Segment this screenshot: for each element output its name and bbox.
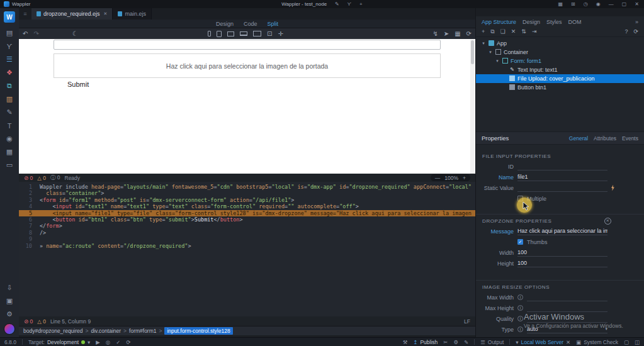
grid-icon[interactable]: ▦ bbox=[0, 145, 19, 159]
tree-item[interactable]: ▾Container bbox=[476, 48, 644, 57]
output-button[interactable]: ☰ Output bbox=[480, 339, 504, 345]
undo-icon[interactable]: ↶ bbox=[23, 30, 28, 37]
code-line[interactable]: 3<form id="form1" method="post" is="dmx-… bbox=[19, 197, 475, 203]
account-icon[interactable]: ◉ bbox=[596, 1, 601, 7]
extensions-icon[interactable]: ⊞ bbox=[571, 1, 575, 7]
packages-icon[interactable]: ▣ bbox=[0, 294, 19, 308]
code-line[interactable]: 2 class="container"> bbox=[19, 190, 475, 196]
docs-icon[interactable]: ▥ bbox=[0, 92, 19, 106]
properties-tab-general[interactable]: General bbox=[569, 135, 588, 142]
phone-preview-icon[interactable] bbox=[208, 31, 211, 36]
tab-main-ejs[interactable]: main.ejs bbox=[113, 8, 152, 20]
dark-mode-icon[interactable]: ☾ bbox=[72, 30, 78, 37]
scissors-icon[interactable]: ✂ bbox=[443, 339, 448, 345]
target-selector[interactable]: Target: Development ▾ bbox=[28, 339, 90, 345]
desktop-preview-icon[interactable] bbox=[253, 31, 261, 36]
delete-icon[interactable]: ✕ bbox=[511, 28, 516, 35]
code-line[interactable]: 10» name="ac:route" content="/dropzone_r… bbox=[19, 243, 475, 249]
id-field[interactable] bbox=[517, 162, 607, 170]
copy-icon[interactable]: ⧉ bbox=[490, 28, 494, 35]
eye-icon[interactable]: ◉ bbox=[0, 132, 19, 145]
max-height-field[interactable] bbox=[527, 304, 607, 312]
tablet-preview-icon[interactable] bbox=[217, 31, 222, 37]
code-line[interactable]: 6 <button id="btn1" class="btn" type="su… bbox=[19, 216, 475, 223]
text-tool-icon[interactable]: T bbox=[0, 119, 19, 132]
move-icon[interactable]: ⇅ bbox=[521, 28, 526, 35]
code-line[interactable]: 5 <input name="file1" type="file" class=… bbox=[19, 210, 475, 216]
window-layout-icon[interactable]: ▢ bbox=[624, 339, 629, 345]
user-avatar[interactable] bbox=[4, 323, 15, 335]
refresh-preview-icon[interactable]: ⟳ bbox=[466, 30, 472, 37]
tab-styles[interactable]: Styles bbox=[546, 19, 562, 25]
tree-item[interactable]: ▾Form: form1 bbox=[476, 57, 644, 65]
card-icon[interactable]: ▭ bbox=[0, 159, 19, 172]
inspect-button[interactable]: ◎ bbox=[106, 339, 110, 345]
sync-button[interactable]: ⟳ bbox=[126, 339, 130, 345]
view-design-button[interactable]: Design bbox=[216, 21, 234, 27]
grid-toggle-icon[interactable]: ▦ bbox=[455, 30, 460, 37]
thumbs-checkbox[interactable]: ✓ bbox=[517, 239, 523, 245]
fullscreen-icon[interactable]: ⊡ bbox=[267, 30, 272, 37]
view-split-button[interactable]: Split bbox=[268, 21, 279, 27]
split-layout-icon[interactable]: ◫ bbox=[635, 339, 640, 345]
edit-title-icon[interactable]: ✎ bbox=[335, 1, 339, 7]
files-icon[interactable]: ≡ bbox=[19, 8, 31, 20]
run-button[interactable]: ▶ bbox=[96, 339, 100, 345]
quality-field[interactable] bbox=[527, 315, 607, 323]
tree-item[interactable]: ▾App bbox=[476, 39, 644, 48]
crosshair-icon[interactable]: ✛ bbox=[278, 30, 283, 37]
tab-close-icon[interactable]: ✕ bbox=[104, 11, 108, 16]
properties-tab-attributes[interactable]: Attributes bbox=[594, 135, 616, 142]
properties-tab-events[interactable]: Events bbox=[622, 135, 638, 142]
minimize-button[interactable]: — bbox=[609, 1, 614, 7]
width-field[interactable]: 100 bbox=[517, 248, 607, 257]
code-line[interactable]: 4 <input id="text1" name="text1" type="t… bbox=[19, 203, 475, 209]
tree-item[interactable]: File Upload: cover_publicacion bbox=[476, 74, 644, 83]
server-stop-icon[interactable]: ✕ bbox=[566, 339, 570, 345]
type-select[interactable]: auto ▾ bbox=[527, 325, 607, 333]
paste-icon[interactable]: ❏ bbox=[500, 28, 506, 35]
code-editor[interactable]: 1Wappler include head-page="layouts/main… bbox=[19, 182, 475, 316]
build-button[interactable]: ⚒ bbox=[403, 339, 408, 345]
design-scrollbar[interactable] bbox=[470, 39, 475, 174]
tab-dom[interactable]: DOM bbox=[568, 19, 582, 25]
server-connect-icon[interactable]: ☰ bbox=[0, 53, 19, 66]
breadcrumb-item[interactable]: body#dropzone_required bbox=[23, 328, 83, 334]
zoom-out-button[interactable]: — bbox=[435, 175, 441, 181]
system-check-button[interactable]: ▣ System Check bbox=[576, 339, 618, 345]
history-icon[interactable]: ◷ bbox=[584, 1, 588, 7]
tree-item[interactable]: Button btn1 bbox=[476, 83, 644, 92]
git-icon[interactable]: ϒ bbox=[0, 40, 19, 53]
static-value-field[interactable] bbox=[517, 184, 607, 192]
height-field[interactable]: 100 bbox=[517, 259, 607, 267]
server-selector[interactable]: ▾ Local Web Server ✕ bbox=[516, 339, 570, 345]
layers-icon[interactable]: ⧉ bbox=[0, 79, 19, 92]
branch-icon[interactable]: ϒ bbox=[347, 1, 351, 7]
design-submit-button[interactable]: Submit bbox=[67, 81, 89, 88]
wappler-logo-icon[interactable]: W bbox=[4, 11, 15, 23]
max-width-field[interactable] bbox=[527, 293, 607, 301]
updates-icon[interactable]: ⇩ bbox=[0, 281, 19, 294]
breadcrumb-item[interactable]: input.form-control.style128 bbox=[164, 327, 232, 335]
caret-down-icon[interactable]: ▾ bbox=[495, 59, 500, 64]
redo-icon[interactable]: ↷ bbox=[33, 30, 38, 37]
zoom-in-button[interactable]: + bbox=[463, 175, 466, 181]
design-scrollbar-thumb[interactable] bbox=[471, 40, 474, 64]
name-field[interactable]: file1 bbox=[517, 173, 607, 181]
code-line[interactable]: 9 bbox=[19, 236, 475, 242]
tab-design[interactable]: Design bbox=[523, 19, 540, 25]
view-code-button[interactable]: Code bbox=[244, 21, 257, 27]
maximize-button[interactable]: ▢ bbox=[622, 1, 627, 7]
code-line[interactable]: 8/> bbox=[19, 230, 475, 236]
new-project-icon[interactable]: + bbox=[359, 1, 363, 7]
indent-icon[interactable]: ⇥ bbox=[532, 28, 537, 35]
panels-icon[interactable]: ▦ bbox=[558, 1, 563, 7]
gear-icon[interactable]: ⚙ bbox=[453, 339, 458, 345]
bindings-icon[interactable]: ↯ bbox=[432, 30, 438, 37]
edit-icon[interactable]: ✎ bbox=[464, 339, 468, 345]
laptop-preview-icon[interactable] bbox=[240, 31, 247, 36]
help-icon[interactable]: ? bbox=[624, 28, 628, 35]
pages-icon[interactable]: ▤ bbox=[0, 26, 19, 40]
add-component-icon[interactable]: + bbox=[482, 28, 485, 35]
publish-button[interactable]: ↥ Publish bbox=[413, 339, 438, 345]
